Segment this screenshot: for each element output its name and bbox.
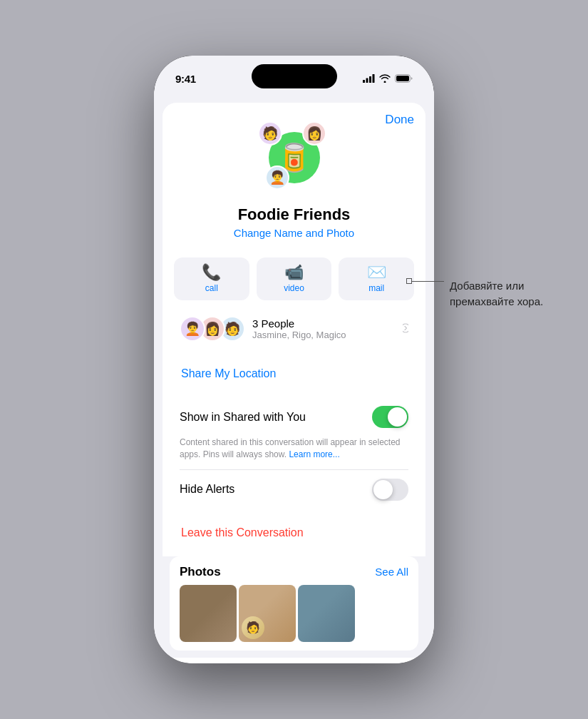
status-time: 9:41 [175, 73, 196, 85]
share-location-card[interactable]: Share My Location [170, 357, 418, 390]
photo-overlay: 🧑 [242, 616, 264, 639]
wifi-icon [379, 74, 391, 83]
people-section-card: 🧑‍🦱 👩 🧑 3 People Jasmine, Rigo, Magico [170, 307, 418, 350]
people-count: 3 People [252, 317, 403, 330]
group-avatar-container: 🧑 👩 🧑‍🦱 🥫 [255, 118, 334, 197]
dynamic-island [252, 64, 337, 88]
sections-container: 🧑‍🦱 👩 🧑 3 People Jasmine, Rigo, Magico [163, 300, 425, 549]
annotation-container: Добавяйте илипремахвайте хора. [406, 278, 543, 310]
action-buttons-row: 📞 call 📹 video ✉️ mail [163, 249, 425, 300]
photo-thumb-2: 🧑 [239, 585, 296, 642]
call-button[interactable]: 📞 call [174, 257, 249, 300]
photos-preview: 🧑 [170, 585, 418, 651]
chevron-right-icon [403, 323, 408, 335]
annotation-dot [406, 278, 412, 284]
call-label: call [205, 283, 218, 293]
photo-thumb-3 [298, 585, 355, 642]
leave-conversation-text: Leave this Conversation [181, 526, 304, 539]
people-avatars: 🧑‍🦱 👩 🧑 [180, 316, 245, 342]
signal-icon [363, 74, 375, 83]
share-location-text: Share My Location [181, 367, 276, 379]
shared-with-you-description: Content shared in this conversation will… [170, 437, 418, 469]
battery-icon [395, 74, 413, 83]
people-info: 3 People Jasmine, Rigo, Magico [252, 317, 403, 340]
shared-with-you-row: Show in Shared with You [170, 397, 418, 437]
svg-rect-3 [373, 74, 375, 83]
photos-section-wrapper: Photos See All 🧑 [163, 556, 425, 658]
people-names: Jasmine, Rigo, Magico [252, 330, 403, 340]
phone-frame: 9:41 [154, 56, 434, 663]
hide-alerts-label: Hide Alerts [180, 483, 372, 496]
mini-avatar-2: 👩 [302, 121, 326, 146]
photo-thumb-1 [180, 585, 237, 642]
shared-with-you-toggle[interactable] [372, 406, 408, 428]
annotation-text: Добавяйте илипремахвайте хора. [450, 278, 543, 310]
video-button[interactable]: 📹 video [257, 257, 332, 300]
photos-header: Photos See All [170, 556, 418, 585]
shared-with-you-label: Show in Shared with You [180, 411, 372, 424]
call-icon: 📞 [202, 265, 221, 280]
photos-card: Photos See All 🧑 [170, 556, 418, 651]
svg-point-6 [403, 324, 408, 332]
main-card: Done 🧑 👩 🧑‍🦱 🥫 F [163, 103, 425, 663]
learn-more-link[interactable]: Learn more... [289, 449, 339, 459]
mail-icon: ✉️ [367, 265, 386, 280]
mail-label: mail [368, 283, 384, 293]
change-name-link[interactable]: Change Name and Photo [234, 227, 354, 239]
photos-title: Photos [180, 565, 221, 579]
toggle-thumb-on [388, 407, 407, 427]
video-label: video [284, 283, 304, 293]
status-icons [363, 74, 413, 83]
annotation-line [412, 281, 444, 282]
group-name: Foodie Friends [238, 205, 351, 224]
svg-rect-5 [396, 76, 409, 81]
done-button[interactable]: Done [385, 113, 414, 127]
svg-rect-2 [369, 76, 371, 83]
toggle-thumb-off [373, 480, 393, 499]
shared-settings-card: Show in Shared with You Content shared i… [170, 397, 418, 509]
person-avatar-1: 🧑‍🦱 [180, 316, 205, 342]
see-all-link[interactable]: See All [375, 566, 408, 578]
hide-alerts-row: Hide Alerts [170, 470, 418, 509]
phone-screen: 9:41 [154, 56, 434, 663]
home-indicator-area [163, 658, 425, 663]
page-wrapper: 9:41 [0, 0, 588, 719]
scroll-content: Done 🧑 👩 🧑‍🦱 🥫 F [154, 91, 434, 663]
svg-rect-1 [366, 78, 368, 83]
annotation-connector [406, 278, 444, 284]
people-row[interactable]: 🧑‍🦱 👩 🧑 3 People Jasmine, Rigo, Magico [170, 307, 418, 350]
svg-rect-0 [363, 80, 365, 83]
hide-alerts-toggle[interactable] [372, 479, 408, 501]
mini-avatar-1: 🧑 [258, 121, 282, 146]
mini-avatar-3: 🧑‍🦱 [265, 165, 289, 190]
video-icon: 📹 [284, 265, 304, 280]
leave-conversation-card[interactable]: Leave this Conversation [170, 516, 418, 549]
mail-button[interactable]: ✉️ mail [339, 257, 414, 300]
